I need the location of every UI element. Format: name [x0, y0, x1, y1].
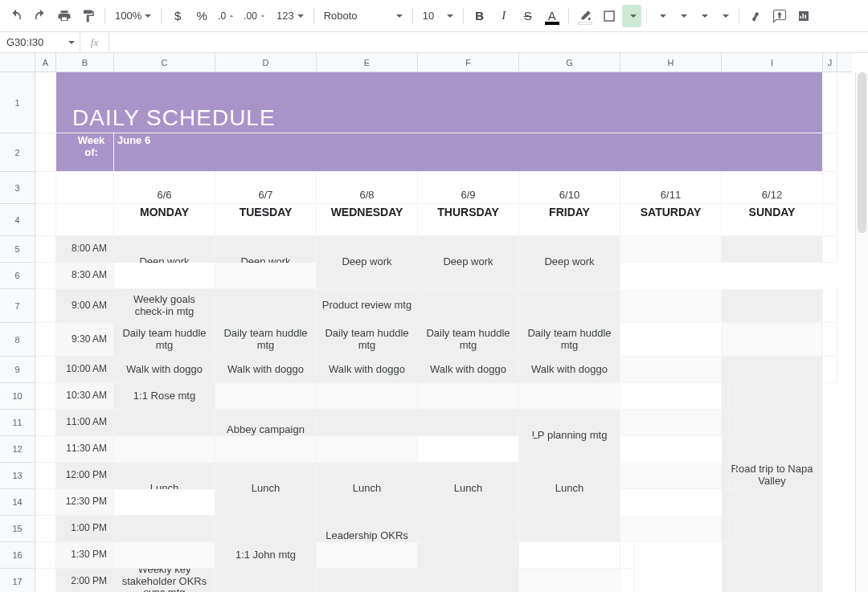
cell-B13[interactable]: 12:00 PM — [56, 463, 114, 489]
cell-F13[interactable]: Lunch — [418, 463, 519, 516]
cell-E17[interactable] — [317, 569, 418, 592]
cell-G4[interactable]: FRIDAY — [519, 204, 620, 236]
cell-E8[interactable]: Daily team huddle mtg — [317, 323, 418, 357]
row-header-9[interactable]: 9 — [0, 357, 35, 383]
cell-B10[interactable]: 10:30 AM — [56, 383, 114, 410]
row-header-17[interactable]: 17 — [0, 569, 35, 592]
cell-B5[interactable]: 8:00 AM — [56, 236, 114, 263]
cell-A13[interactable] — [35, 463, 56, 489]
cell-A14[interactable] — [35, 489, 56, 516]
cell-A9[interactable] — [35, 357, 56, 383]
cell-D8[interactable]: Daily team huddle mtg — [215, 323, 317, 357]
cell-D7[interactable] — [215, 289, 317, 323]
redo-button[interactable] — [29, 5, 51, 27]
fill-color-button[interactable] — [574, 5, 596, 27]
row-header-14[interactable]: 14 — [0, 489, 35, 516]
cell-J2[interactable] — [823, 133, 837, 172]
cell-B4[interactable] — [56, 204, 114, 236]
cell-C8[interactable]: Daily team huddle mtg — [114, 323, 215, 357]
cell-A3[interactable] — [35, 172, 56, 204]
cell-D9[interactable]: Walk with doggo — [215, 357, 317, 383]
cell-F4[interactable]: THURSDAY — [418, 204, 519, 236]
name-box[interactable]: G30:I30 — [0, 32, 80, 52]
cell-A8[interactable] — [35, 323, 56, 357]
cell-A4[interactable] — [35, 204, 56, 236]
row-header-7[interactable]: 7 — [0, 289, 35, 323]
cell-F8[interactable]: Daily team huddle mtg — [418, 323, 519, 357]
cell-B1[interactable]: DAILY SCHEDULE — [56, 72, 823, 133]
cell-E9[interactable]: Walk with doggo — [317, 357, 418, 383]
cell-A17[interactable] — [35, 569, 56, 592]
cell-C16[interactable] — [114, 542, 215, 569]
merge-cells-dropdown[interactable] — [622, 5, 641, 27]
cell-C2[interactable]: June 6 — [114, 133, 823, 172]
row-header-3[interactable]: 3 — [0, 172, 35, 204]
row-header-1[interactable]: 1 — [0, 72, 35, 133]
cell-E5[interactable]: Deep work — [317, 236, 418, 289]
cell-A10[interactable] — [35, 383, 56, 410]
col-header-B[interactable]: B — [56, 53, 114, 71]
cell-G7[interactable] — [519, 289, 620, 323]
col-header-E[interactable]: E — [317, 53, 418, 71]
cell-J5[interactable] — [823, 236, 837, 263]
cell-G3[interactable]: 6/10 — [519, 172, 620, 204]
cell-H12[interactable] — [418, 436, 519, 463]
cells-area[interactable]: DAILY SCHEDULEWeek of:June 66/66/76/86/9… — [35, 72, 852, 592]
scrollbar-thumb[interactable] — [858, 72, 866, 233]
cell-F5[interactable]: Deep work — [418, 236, 519, 289]
cell-H3[interactable]: 6/11 — [620, 172, 722, 204]
cell-J6[interactable] — [317, 263, 331, 289]
cell-D10[interactable] — [215, 383, 317, 410]
cell-G9[interactable]: Walk with doggo — [519, 357, 620, 383]
text-color-button[interactable]: A — [541, 5, 563, 27]
cell-I7[interactable] — [722, 289, 823, 323]
cell-F17[interactable] — [418, 569, 519, 592]
row-header-11[interactable]: 11 — [0, 410, 35, 436]
formula-input[interactable] — [109, 32, 868, 52]
cell-G15[interactable] — [519, 516, 620, 542]
cell-J1[interactable] — [823, 72, 837, 133]
cell-B16[interactable]: 1:30 PM — [56, 542, 114, 569]
cell-H14[interactable] — [114, 489, 215, 516]
strike-button[interactable]: S — [517, 5, 539, 27]
cell-B14[interactable]: 12:30 PM — [56, 489, 114, 516]
text-wrap-dropdown[interactable] — [694, 5, 713, 27]
cell-G10[interactable] — [519, 383, 620, 410]
cell-B12[interactable]: 11:30 AM — [56, 436, 114, 463]
cell-B3[interactable] — [56, 172, 114, 204]
cell-C17[interactable]: Weekly key stakeholder OKRs sync mtg — [114, 569, 215, 592]
row-header-10[interactable]: 10 — [0, 383, 35, 410]
col-header-C[interactable]: C — [114, 53, 215, 71]
col-header-A[interactable]: A — [35, 53, 56, 71]
cell-A6[interactable] — [35, 263, 56, 289]
cell-J7[interactable] — [823, 289, 837, 323]
cell-F3[interactable]: 6/9 — [418, 172, 519, 204]
cell-A15[interactable] — [35, 516, 56, 542]
cell-A1[interactable] — [35, 72, 56, 133]
cell-F9[interactable]: Walk with doggo — [418, 357, 519, 383]
cell-I4[interactable]: SUNDAY — [722, 204, 823, 236]
cell-J4[interactable] — [823, 204, 837, 236]
cell-D16[interactable]: 1:1 John mtg — [215, 542, 317, 569]
row-header-16[interactable]: 16 — [0, 542, 35, 569]
cell-J17[interactable] — [620, 569, 635, 592]
col-header-H[interactable]: H — [620, 53, 722, 71]
row-header-12[interactable]: 12 — [0, 436, 35, 463]
cell-B11[interactable]: 11:00 AM — [56, 410, 114, 436]
cell-A12[interactable] — [35, 436, 56, 463]
cell-J8[interactable] — [823, 323, 837, 357]
cell-J15[interactable] — [722, 516, 736, 542]
cell-J16[interactable] — [620, 542, 635, 569]
col-header-G[interactable]: G — [519, 53, 620, 71]
cell-H10[interactable] — [620, 383, 722, 410]
cell-G5[interactable]: Deep work — [519, 236, 620, 289]
cell-H13[interactable] — [620, 463, 722, 489]
cell-C11[interactable] — [114, 410, 215, 436]
print-button[interactable] — [53, 5, 76, 27]
cell-B8[interactable]: 9:30 AM — [56, 323, 114, 357]
cell-A16[interactable] — [35, 542, 56, 569]
cell-D15[interactable] — [215, 516, 317, 542]
row-header-5[interactable]: 5 — [0, 236, 35, 263]
cell-E12[interactable] — [215, 436, 317, 463]
bold-button[interactable]: B — [469, 5, 491, 27]
